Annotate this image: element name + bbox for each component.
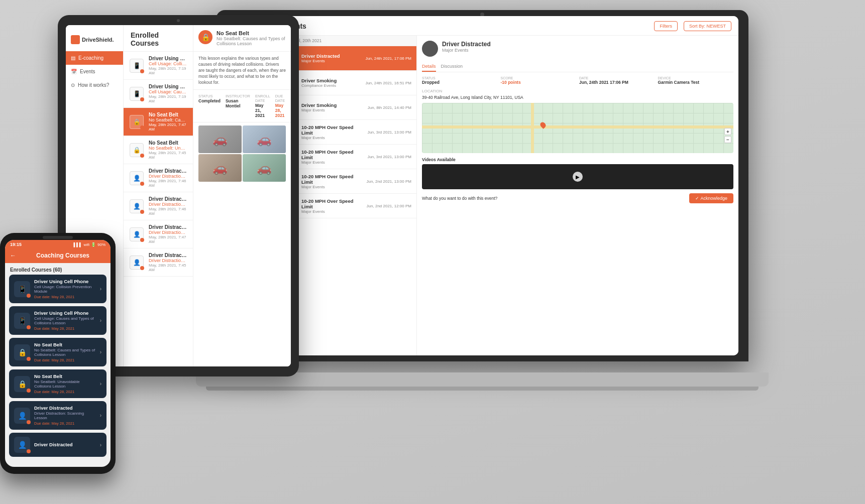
phone-course-6[interactable]: 👤 Driver Distracted › <box>9 433 106 457</box>
tablet-course-4[interactable]: 🔒 No Seat Belt No Seatbelt: Unavoidable … <box>124 136 193 164</box>
tablet-nav-events-label: Events <box>80 69 95 74</box>
tablet-course-8[interactable]: 👤 Driver Distracted Driver Distraction: … <box>124 248 193 277</box>
tablet-main: Enrolled Courses 📱 Driver Using Cell Pho… <box>124 25 193 366</box>
phone-course-info-1: Driver Using Cell Phone Cell Usage: Coll… <box>34 279 96 299</box>
chevron-icon-4: › <box>100 381 101 387</box>
detail-device-label: Device <box>658 76 734 80</box>
laptop-main: Events Filters Sort By: NEWEST Today, Ju… <box>276 16 738 355</box>
event-name-1: Driver Distracted <box>301 53 361 59</box>
course-status-dot-3 <box>140 125 144 130</box>
map-zoom-in[interactable]: + <box>724 128 731 135</box>
phone-course-title-4: No Seat Belt <box>34 373 96 379</box>
tablet-course-7[interactable]: 👤 Driver Distracted Driver Distraction: … <box>124 220 193 248</box>
detail-status-value: Dropped <box>422 80 498 85</box>
detail-tab-discussion[interactable]: Discussion <box>441 62 463 72</box>
course-date-5: May, 28th 2021, 7:46 AM <box>149 179 187 188</box>
event-date-1: Jun, 24th 2021, 17:06 PM <box>365 56 411 61</box>
back-button[interactable]: ← <box>10 252 16 259</box>
tablet-course-2[interactable]: 📱 Driver Using Cell Phone Cell Usage: Ca… <box>124 80 193 108</box>
course-status-dot-1 <box>140 69 144 73</box>
tablet-nav-howitworks[interactable]: ⊙ How it works? <box>66 78 123 92</box>
meta-instructor: Instructor Susan Montiel <box>226 94 250 118</box>
event-date-5: Jun, 3rd 2021, 13:00 PM <box>367 155 411 159</box>
event-info-1: Driver Distracted Major Events <box>301 53 361 63</box>
event-info-4: 10-20 MPH Over Speed Limit Major Events <box>301 124 363 140</box>
phone-course-due-5: Due date: May 28, 2021 <box>34 421 96 426</box>
laptop-screen-bezel: DriveShield. E-coaching ▶ Events How it … <box>226 16 738 355</box>
event-name-2: Driver Smoking <box>301 78 361 83</box>
course-status-dot-7 <box>140 238 144 242</box>
map-zoom-controls: + − <box>724 128 731 143</box>
tablet-nav-ecoaching[interactable]: ▤ E-coaching <box>66 51 123 65</box>
events-body: Today, Jul, 20th 2021 ⚡ Driver Distracte… <box>276 36 738 355</box>
ack-question: What do you want to do with this event? <box>422 196 497 201</box>
phone-icon-2: 📱 <box>133 90 141 97</box>
background: DriveShield. E-coaching ▶ Events How it … <box>0 0 865 504</box>
map-zoom-out[interactable]: − <box>724 136 731 143</box>
phone-status-bar: 19:15 ▌▌▌ wifi 🔋 90% <box>5 240 111 249</box>
tablet-nav-ecoaching-label: E-coaching <box>78 55 103 61</box>
tablet-course-1[interactable]: 📱 Driver Using Cell Phone Cell Usage: Co… <box>124 52 193 80</box>
detail-subtitle: Major Events <box>442 48 491 53</box>
phone-course-4[interactable]: 🔒 No Seat Belt No Seatbelt: Unavoidable … <box>9 369 106 398</box>
laptop-main-header: Events Filters Sort By: NEWEST <box>276 16 738 36</box>
phone-icon-1: 📱 <box>133 62 141 69</box>
tablet-course-list: 📱 Driver Using Cell Phone Cell Usage: Co… <box>124 52 193 366</box>
lesson-description: This lesson explains the various types a… <box>193 52 291 90</box>
tablet-enrolled-header: Enrolled Courses <box>124 25 193 52</box>
phone-time: 19:15 <box>10 242 22 247</box>
event-type-5: Major Events <box>301 160 363 165</box>
phone-course-3[interactable]: 🔒 No Seat Belt No Seatbelt: Causes and T… <box>9 338 106 366</box>
course-icon-5: 👤 <box>130 171 144 185</box>
lesson-icon-big: 🔒 <box>198 30 212 44</box>
phone-status-icons: ▌▌▌ wifi 🔋 90% <box>73 242 105 247</box>
phone-course-dot-4 <box>27 389 31 393</box>
phone-enrolled-label: Enrolled Courses (60) <box>5 263 111 275</box>
course-info-4: No Seat Belt No Seatbelt: Unavoidable Co… <box>149 140 187 160</box>
event-name-3: Driver Smoking <box>301 102 364 108</box>
detail-score-label: Score <box>501 76 577 80</box>
tablet-logo-text: DriveShield. <box>82 37 114 43</box>
phone-course-info-4: No Seat Belt No Seatbelt: Unavoidable Co… <box>34 373 96 394</box>
course-status-dot-2 <box>140 97 144 101</box>
meta-enroll: Enroll Date May 21, 2021 <box>255 94 270 118</box>
video-thumbnail[interactable]: ▶ <box>422 164 733 189</box>
map-container: + − <box>422 103 733 153</box>
sort-button[interactable]: Sort By: NEWEST <box>684 21 731 31</box>
chevron-icon-6: › <box>100 442 101 448</box>
chevron-icon-1: › <box>100 286 101 292</box>
filter-button[interactable]: Filters <box>654 21 678 31</box>
phone-header-title: Coaching Courses <box>20 252 105 259</box>
phone-course-due-1: Due date: May 28, 2021 <box>34 295 96 299</box>
detail-meta-grid: Status Dropped Score -10 points <box>422 76 733 85</box>
detail-icon <box>422 41 438 57</box>
phone-course-list: 📱 Driver Using Cell Phone Cell Usage: Co… <box>5 275 111 467</box>
phone-course-1[interactable]: 📱 Driver Using Cell Phone Cell Usage: Co… <box>9 275 106 303</box>
meta-due-value: May 28, 2021 <box>275 103 286 118</box>
course-title-5: Driver Distracted <box>149 168 187 174</box>
phone-course-5[interactable]: 👤 Driver Distracted Driver Distraction: … <box>9 401 106 430</box>
tablet-logo-icon <box>71 35 80 44</box>
play-button[interactable]: ▶ <box>573 172 583 182</box>
event-date-7: Jun, 2nd 2021, 12:00 PM <box>367 204 411 208</box>
phone-course-icon-3: 🔒 <box>14 344 30 360</box>
tablet-camera <box>177 19 180 22</box>
course-icon-4: 🔒 <box>130 143 144 157</box>
acknowledge-button[interactable]: ✓ Acknowledge <box>689 193 733 203</box>
tablet-course-5[interactable]: 👤 Driver Distracted Driver Distraction: … <box>124 164 193 192</box>
chevron-icon-3: › <box>100 349 101 355</box>
phone-header: ← Coaching Courses <box>5 249 111 263</box>
detail-device-value: Garmin Camera Test <box>658 80 734 85</box>
meta-instructor-label: Instructor <box>226 94 250 98</box>
lesson-header: 🔒 No Seat Belt No Seatbelt: Causes and T… <box>193 25 291 52</box>
detail-tab-details[interactable]: Details <box>422 62 436 72</box>
course-subtitle-6: Driver Distraction: Causes and Types of … <box>149 202 187 207</box>
tablet-nav-events[interactable]: 📅 Events <box>66 65 123 78</box>
course-title-7: Driver Distracted <box>149 224 187 230</box>
phone-course-subtitle-3: No Seatbelt: Causes and Types of Collisi… <box>34 348 96 357</box>
tablet-course-3[interactable]: 🔒 No Seat Belt No Seatbelt: Causes and T… <box>124 108 193 136</box>
wifi-icon: wifi <box>83 242 89 247</box>
phone-course-2[interactable]: 📱 Driver Using Cell Phone Cell Usage: Ca… <box>9 306 106 335</box>
tablet-course-6[interactable]: 👤 Driver Distracted Driver Distraction: … <box>124 192 193 220</box>
course-title-1: Driver Using Cell Phone <box>149 56 187 61</box>
